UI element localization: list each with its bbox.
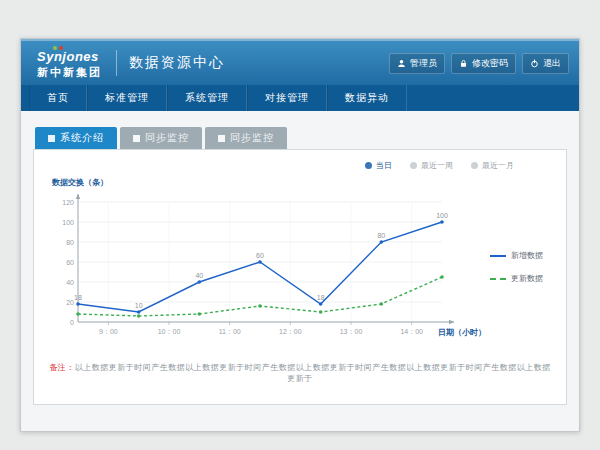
chart-row: 0204060801001209：0010：0011：0012：0013：001… <box>48 188 552 346</box>
legend-update-data[interactable]: 更新数据 <box>490 273 543 284</box>
svg-text:14：00: 14：00 <box>400 328 423 335</box>
footnote: 备注：以上数据更新于时间产生数据以上数据更新于时间产生数据以上数据更新于时间产生… <box>48 362 552 384</box>
svg-text:日期（小时）: 日期（小时） <box>438 328 486 337</box>
tab-system-intro[interactable]: 系统介绍 <box>35 127 117 149</box>
change-password-label: 修改密码 <box>472 57 508 70</box>
admin-user-label: 管理员 <box>410 57 437 70</box>
app-window: Synjones 新中新集团 数据资源中心 管理员 <box>20 38 580 432</box>
svg-text:11：00: 11：00 <box>219 328 241 335</box>
filter-last-week-label: 最近一周 <box>421 160 453 171</box>
svg-text:10：00: 10：00 <box>158 328 181 335</box>
brand-logo-subtext: 新中新集团 <box>37 67 102 78</box>
svg-text:100: 100 <box>62 219 74 226</box>
change-password-button[interactable]: 修改密码 <box>451 53 516 74</box>
svg-text:60: 60 <box>256 252 264 259</box>
tab-sync-monitor-1[interactable]: 同步监控 <box>120 127 202 149</box>
radio-dot-icon <box>365 162 372 169</box>
app-title: 数据资源中心 <box>129 54 225 72</box>
svg-text:100: 100 <box>436 212 448 219</box>
legend-new-data-label: 新增数据 <box>511 250 543 261</box>
series-legend: 新增数据 更新数据 <box>490 250 543 284</box>
brand-logo-text: Synjones <box>37 50 102 63</box>
tab-sync-monitor-1-label: 同步监控 <box>145 131 189 145</box>
nav-item-connection-mgmt[interactable]: 对接管理 <box>247 85 327 111</box>
svg-text:18: 18 <box>74 294 82 301</box>
svg-text:18: 18 <box>317 294 325 301</box>
tab-sync-monitor-2[interactable]: 同步监控 <box>205 127 287 149</box>
svg-text:0: 0 <box>70 319 74 326</box>
radio-dot-icon <box>471 162 478 169</box>
svg-text:80: 80 <box>377 232 385 239</box>
lock-icon <box>459 59 468 68</box>
logout-label: 退出 <box>543 57 561 70</box>
content-area: 系统介绍 同步监控 同步监控 当日 <box>21 111 579 431</box>
brand-logo-wordmark: Synjones <box>37 49 99 64</box>
svg-text:12：00: 12：00 <box>279 328 302 335</box>
legend-update-data-label: 更新数据 <box>511 273 543 284</box>
tab-grid-icon <box>218 135 225 142</box>
svg-text:13：00: 13：00 <box>340 328 363 335</box>
brand-logo: Synjones 新中新集团 <box>31 48 106 78</box>
solid-line-icon <box>490 255 506 257</box>
svg-text:60: 60 <box>66 259 74 266</box>
filter-last-month-label: 最近一月 <box>482 160 514 171</box>
legend-new-data[interactable]: 新增数据 <box>490 250 543 261</box>
time-filter-legend: 当日 最近一周 最近一月 <box>48 160 514 171</box>
logout-button[interactable]: 退出 <box>522 53 569 74</box>
logo-dot-red-icon <box>59 46 63 50</box>
nav-item-home[interactable]: 首页 <box>29 85 87 111</box>
admin-user-button[interactable]: 管理员 <box>389 53 445 74</box>
svg-text:120: 120 <box>62 199 74 206</box>
radio-dot-icon <box>410 162 417 169</box>
filter-last-week[interactable]: 最近一周 <box>410 160 453 171</box>
line-chart: 0204060801001209：0010：0011：0012：0013：001… <box>48 188 488 346</box>
chart-panel: 当日 最近一周 最近一月 数据交换（条） 0204060801001209：00… <box>33 149 567 405</box>
tab-sync-monitor-2-label: 同步监控 <box>230 131 274 145</box>
svg-text:80: 80 <box>66 239 74 246</box>
nav-item-data-change[interactable]: 数据异动 <box>327 85 407 111</box>
tab-grid-icon <box>133 135 140 142</box>
power-icon <box>530 59 539 68</box>
filter-today[interactable]: 当日 <box>365 160 392 171</box>
filter-today-label: 当日 <box>376 160 392 171</box>
app-header: Synjones 新中新集团 数据资源中心 管理员 <box>21 39 579 85</box>
svg-text:10: 10 <box>135 302 143 309</box>
svg-text:9：00: 9：00 <box>99 328 118 335</box>
nav-item-standard-mgmt[interactable]: 标准管理 <box>87 85 167 111</box>
footnote-text: 以上数据更新于时间产生数据以上数据更新于时间产生数据以上数据更新于时间产生数据以… <box>75 363 551 383</box>
tab-system-intro-label: 系统介绍 <box>60 131 104 145</box>
nav-item-system-mgmt[interactable]: 系统管理 <box>167 85 247 111</box>
svg-text:40: 40 <box>195 272 203 279</box>
tab-grid-icon <box>48 135 55 142</box>
logo-dot-green-icon <box>53 46 57 50</box>
svg-text:20: 20 <box>66 299 74 306</box>
tab-bar: 系统介绍 同步监控 同步监控 <box>33 127 567 149</box>
svg-text:40: 40 <box>66 279 74 286</box>
footnote-label: 备注： <box>49 363 75 372</box>
y-axis-title: 数据交换（条） <box>52 177 552 188</box>
user-icon <box>397 59 406 68</box>
header-actions: 管理员 修改密码 退出 <box>383 53 569 74</box>
filter-last-month[interactable]: 最近一月 <box>471 160 514 171</box>
header-divider <box>116 50 117 76</box>
dashed-line-icon <box>490 278 506 280</box>
main-nav: 首页 标准管理 系统管理 对接管理 数据异动 <box>21 85 579 111</box>
